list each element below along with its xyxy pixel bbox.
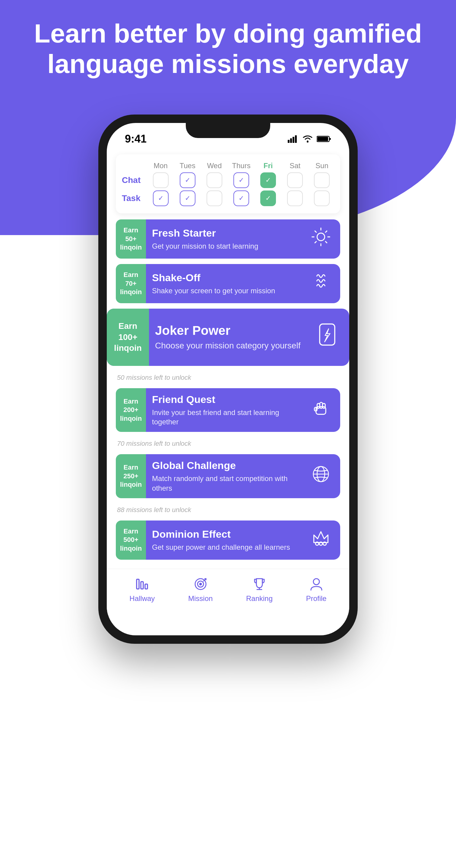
nav-hallway-label: Hallway <box>130 594 155 603</box>
earn-badge-joker-power: Earn100+linqoin <box>107 309 149 366</box>
mission-dominion-effect[interactable]: Earn500+linqoin Dominion Effect Get supe… <box>116 521 340 560</box>
tracker-day-thurs: Thurs <box>229 161 253 170</box>
battery-icon <box>317 135 331 143</box>
mission-content-friend-quest: Friend Quest Invite your best friend and… <box>146 388 307 432</box>
mission-desc-fresh-starter: Get your mission to start learning <box>152 241 301 251</box>
tracker-chat-thurs[interactable]: ✓ <box>233 173 249 188</box>
svg-line-13 <box>315 230 316 232</box>
bottom-nav: Hallway Mission <box>107 569 349 615</box>
nav-profile-label: Profile <box>306 594 326 603</box>
svg-rect-7 <box>317 137 328 141</box>
tracker-chat-tues[interactable]: ✓ <box>180 173 195 188</box>
signal-icon <box>288 135 298 143</box>
tracker-chat-fri[interactable]: ✓ <box>260 173 276 188</box>
globe-icon <box>307 463 340 490</box>
waves-icon <box>307 271 340 297</box>
svg-rect-30 <box>141 582 143 589</box>
mission-content-shake-off: Shake-Off Shake your screen to get your … <box>146 267 307 301</box>
mission-title-global-challenge: Global Challenge <box>152 460 301 471</box>
tracker-task-tues[interactable]: ✓ <box>180 190 195 206</box>
mission-title-shake-off: Shake-Off <box>152 272 301 284</box>
tracker-task-sat[interactable] <box>287 190 303 206</box>
mission-content-joker-power: Joker Power Choose your mission category… <box>149 318 311 356</box>
tracker-task-sun[interactable] <box>314 190 330 206</box>
svg-rect-0 <box>288 140 289 143</box>
tracker-chat-sun[interactable] <box>314 173 330 188</box>
tracker-chat-mon[interactable] <box>153 173 169 188</box>
mission-desc-shake-off: Shake your screen to get your mission <box>152 286 301 296</box>
tracker-task-thurs[interactable]: ✓ <box>233 190 249 206</box>
svg-line-15 <box>325 230 327 232</box>
sun-icon <box>307 226 340 252</box>
svg-rect-29 <box>137 579 139 589</box>
mission-desc-global-challenge: Match randomly and start competition wit… <box>152 474 301 493</box>
tracker-task-wed[interactable] <box>207 190 222 206</box>
earn-badge-friend-quest: Earn200+linqoin <box>116 388 146 432</box>
hero-title: Learn better by doing gamified language … <box>24 18 432 79</box>
person-icon <box>309 576 324 592</box>
mission-joker-power[interactable]: Earn100+linqoin Joker Power Choose your … <box>107 309 349 366</box>
status-time: 9:41 <box>125 133 147 145</box>
fist-icon <box>307 397 340 423</box>
mission-desc-dominion-effect: Get super power and challenge all learne… <box>152 542 301 552</box>
nav-mission[interactable]: Mission <box>188 576 212 603</box>
earn-badge-fresh-starter: Earn50+linqoin <box>116 219 146 258</box>
svg-rect-1 <box>290 138 292 143</box>
earn-badge-global-challenge: Earn250+linqoin <box>116 454 146 498</box>
lightning-icon <box>311 321 349 354</box>
mission-title-friend-quest: Friend Quest <box>152 394 301 405</box>
mission-friend-quest[interactable]: Earn200+linqoin Friend Quest Invite your… <box>116 388 340 432</box>
tracker-chat-wed[interactable] <box>207 173 222 188</box>
mission-global-challenge[interactable]: Earn250+linqoin Global Challenge Match r… <box>116 454 340 498</box>
phone-screen: 9:41 <box>107 123 349 635</box>
mission-desc-joker-power: Choose your mission category yourself <box>155 340 305 351</box>
tracker-chat-label: Chat <box>122 176 146 185</box>
tracker-day-tues: Tues <box>175 161 200 170</box>
svg-rect-21 <box>322 404 325 408</box>
tracker-task-fri[interactable]: ✓ <box>260 190 276 206</box>
tracker-day-sat: Sat <box>283 161 307 170</box>
nav-ranking-label: Ranking <box>246 594 273 603</box>
crown-icon <box>307 527 340 553</box>
mission-desc-friend-quest: Invite your best friend and start learni… <box>152 408 301 427</box>
unlock-label-dominion-effect: 88 missions left to unlock <box>116 504 340 515</box>
unlock-label-friend-quest: 50 missions left to unlock <box>116 371 340 383</box>
svg-line-16 <box>315 241 316 243</box>
nav-ranking[interactable]: Ranking <box>246 576 273 603</box>
tracker-day-wed: Wed <box>202 161 227 170</box>
svg-point-8 <box>317 233 324 241</box>
trophy-icon <box>252 576 267 592</box>
tracker-day-mon: Mon <box>148 161 173 170</box>
svg-rect-2 <box>292 137 294 143</box>
svg-rect-6 <box>329 138 331 140</box>
nav-mission-label: Mission <box>188 594 212 603</box>
svg-rect-31 <box>145 584 147 589</box>
nav-profile[interactable]: Profile <box>306 576 326 603</box>
earn-badge-shake-off: Earn70+linqoin <box>116 264 146 303</box>
svg-point-34 <box>200 583 201 585</box>
mission-content-dominion-effect: Dominion Effect Get super power and chal… <box>146 523 307 557</box>
tracker-day-fri: Fri <box>256 161 281 170</box>
nav-hallway[interactable]: Hallway <box>130 576 155 603</box>
mission-content-fresh-starter: Fresh Starter Get your mission to start … <box>146 222 307 256</box>
svg-point-40 <box>313 579 319 585</box>
tracker-chat-sat[interactable] <box>287 173 303 188</box>
missions-list: Earn50+linqoin Fresh Starter Get your mi… <box>107 219 349 560</box>
mission-title-dominion-effect: Dominion Effect <box>152 528 301 540</box>
svg-rect-17 <box>320 324 335 345</box>
svg-rect-3 <box>295 135 297 143</box>
bars-icon <box>134 576 150 592</box>
mission-fresh-starter[interactable]: Earn50+linqoin Fresh Starter Get your mi… <box>116 219 340 258</box>
target-icon <box>193 576 208 592</box>
phone-notch <box>186 123 270 138</box>
mission-title-joker-power: Joker Power <box>155 323 305 338</box>
tracker-task-mon[interactable]: ✓ <box>153 190 169 206</box>
wifi-icon <box>302 135 313 143</box>
mission-title-fresh-starter: Fresh Starter <box>152 227 301 239</box>
hero-section: Learn better by doing gamified language … <box>0 18 456 79</box>
svg-point-4 <box>307 141 309 143</box>
phone-mockup: 9:41 <box>98 115 358 644</box>
phone-frame: 9:41 <box>98 115 358 644</box>
mission-shake-off[interactable]: Earn70+linqoin Shake-Off Shake your scre… <box>116 264 340 303</box>
tracker-task-label: Task <box>122 193 146 203</box>
